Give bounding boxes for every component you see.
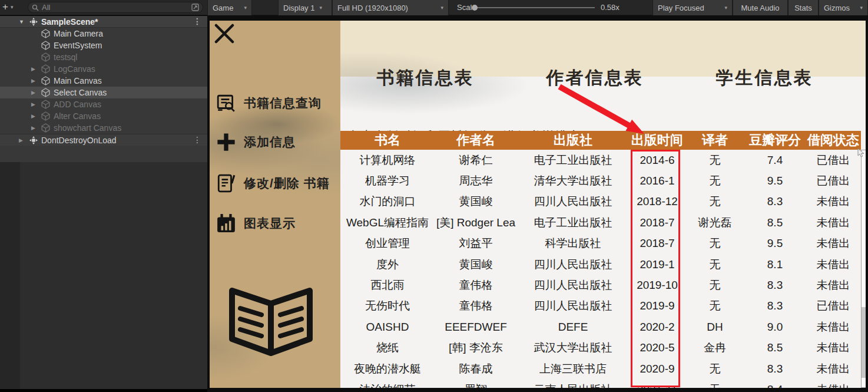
- cell-publish-date: 2018-7: [629, 212, 685, 233]
- cell-rating: 9.5: [744, 233, 806, 254]
- gameobject-cube-icon: [41, 123, 51, 133]
- hierarchy-item-label[interactable]: Select Canvas: [54, 88, 107, 97]
- cell-status: 未借出: [806, 192, 861, 212]
- display-dropdown[interactable]: Display 1 ▾: [278, 0, 332, 15]
- cell-rating: 8.5: [744, 212, 806, 233]
- column-header-rating[interactable]: 豆瓣评分: [744, 131, 806, 150]
- hierarchy-row[interactable]: ▶ showchart Canvas ⋮: [0, 122, 207, 134]
- search-input[interactable]: [42, 3, 188, 12]
- resolution-dropdown[interactable]: Full HD (1920x1080) ▾: [332, 0, 449, 15]
- cell-book-name: 机器学习: [340, 170, 435, 191]
- sidebar-item-chart-display[interactable]: 图表显示: [216, 213, 296, 234]
- hierarchy-item-label[interactable]: Main Canvas: [54, 76, 102, 85]
- tab-book-info[interactable]: 书籍信息表: [377, 66, 474, 90]
- expand-arrow-icon[interactable]: ▶: [31, 113, 41, 119]
- cell-publisher: 四川人民出版社: [517, 296, 629, 317]
- cell-publisher: 上海三联书店: [517, 358, 629, 379]
- search-picker-icon[interactable]: [191, 4, 199, 11]
- gameobject-cube-icon: [41, 111, 51, 121]
- plus-icon: +: [2, 1, 8, 13]
- expand-arrow-icon[interactable]: ▶: [31, 78, 41, 84]
- cell-publisher: 电子工业出版社: [517, 150, 629, 170]
- cell-author: 罗翔: [435, 379, 517, 388]
- hierarchy-add-button[interactable]: + ▾: [2, 1, 13, 13]
- hierarchy-item-label[interactable]: testsql: [54, 52, 77, 62]
- cell-author: 周志华: [435, 170, 517, 191]
- hierarchy-item-label[interactable]: LogCanvas: [54, 64, 95, 74]
- sidebar-item-book-query[interactable]: 书籍信息查询: [216, 93, 322, 114]
- scale-value: 0.58x: [601, 3, 619, 12]
- hierarchy-item-label[interactable]: SampleScene*: [41, 17, 98, 27]
- expand-arrow-icon[interactable]: ▶: [31, 101, 41, 107]
- table-row: 夜晚的潜水艇 陈春成 上海三联书店 2020-9 无 8.3 未借出: [340, 358, 861, 379]
- expand-arrow-icon[interactable]: ▶: [31, 90, 41, 95]
- play-focused-dropdown[interactable]: Play Focused ▾: [652, 0, 733, 15]
- hierarchy-row[interactable]: ▶ Main Canvas ⋮: [0, 75, 207, 87]
- game-view-tab[interactable]: Game ▾: [207, 0, 252, 15]
- cell-book-name: 夜晚的潜水艇: [340, 358, 435, 379]
- sidebar-item-edit-delete[interactable]: 修改/删除 书籍: [216, 173, 330, 194]
- cell-status: 未借出: [806, 275, 861, 295]
- cell-publisher: 清华大学出版社: [517, 170, 629, 191]
- cell-rating: 8.1: [744, 254, 806, 275]
- table-scrollbar[interactable]: [861, 150, 866, 388]
- game-sidebar: 书籍信息查询 添加信息 修改/删除 书籍 图表显示: [210, 21, 340, 388]
- book-search-icon: [216, 93, 237, 114]
- scale-slider[interactable]: [471, 7, 595, 8]
- hierarchy-item-label[interactable]: ADD Canvas: [54, 100, 101, 109]
- cell-author: 童伟格: [435, 275, 517, 295]
- kebab-menu-icon[interactable]: ⋮: [193, 135, 201, 144]
- expand-arrow-icon[interactable]: ▶: [31, 66, 41, 72]
- hierarchy-row[interactable]: ▶ Alter Canvas ⋮: [0, 110, 207, 122]
- expand-arrow-icon[interactable]: ▼: [19, 19, 29, 25]
- hierarchy-panel: ▼ SampleScene* ⋮ Main Camera ⋮: [0, 16, 207, 389]
- cell-status: 未借出: [806, 358, 861, 379]
- hierarchy-row[interactable]: ▶ LogCanvas ⋮: [0, 63, 207, 75]
- column-header-book-name: 书名: [340, 131, 435, 150]
- cell-translator: 无: [685, 358, 744, 379]
- cell-book-name: 创业管理: [340, 233, 435, 254]
- hierarchy-row[interactable]: ▼ SampleScene* ⋮: [0, 16, 207, 28]
- table-row: 水门的洞口 黄国峻 四川人民出版社 2018-12 无 8.3 未借出: [340, 192, 861, 212]
- expand-arrow-icon[interactable]: ▶: [19, 137, 29, 143]
- cell-publisher: DEFE: [517, 317, 629, 337]
- cell-publish-date: 2016-1: [629, 170, 685, 191]
- cell-rating: 9.5: [744, 170, 806, 191]
- close-button[interactable]: [214, 24, 234, 44]
- hierarchy-row[interactable]: Main Camera ⋮: [0, 28, 207, 39]
- search-icon: [32, 4, 39, 11]
- hierarchy-row[interactable]: EventSystem ⋮: [0, 39, 207, 51]
- hierarchy-item-label[interactable]: DontDestroyOnLoad: [41, 136, 117, 145]
- hierarchy-item-label[interactable]: showchart Canvas: [54, 123, 121, 133]
- sidebar-item-add-info[interactable]: 添加信息: [216, 131, 296, 153]
- tab-student-info[interactable]: 学生信息表: [716, 66, 813, 90]
- kebab-menu-icon[interactable]: ⋮: [193, 17, 201, 26]
- hierarchy-item-label[interactable]: Main Camera: [54, 29, 103, 38]
- cell-rating: 8.4: [744, 379, 806, 388]
- hierarchy-row[interactable]: ▶ DontDestroyOnLoad ⋮: [0, 134, 207, 146]
- gameobject-cube-icon: [41, 52, 51, 62]
- hierarchy-item-label[interactable]: Alter Canvas: [54, 111, 101, 121]
- chevron-down-icon: ▾: [244, 5, 247, 11]
- gizmos-dropdown[interactable]: Gizmos ▾: [819, 0, 868, 15]
- table-row: 烧纸 [韩] 李沧东 武汉大学出版社 2020-5 金冉 8.5 未借出: [340, 338, 861, 358]
- hierarchy-row[interactable]: testsql ⋮: [0, 51, 207, 63]
- hierarchy-row[interactable]: ▶ Select Canvas ⋮: [0, 87, 207, 98]
- cell-author: 谢希仁: [435, 150, 517, 170]
- cell-rating: 8.3: [744, 192, 806, 212]
- table-row: WebGL编程指南 [美] Rodger Lea 电子工业出版社 2018-7 …: [340, 212, 861, 233]
- sidebar-item-label: 图表显示: [244, 215, 296, 232]
- cell-author: 黄国峻: [435, 192, 517, 212]
- column-header-publish-date[interactable]: 出版时间: [629, 131, 685, 150]
- gameobject-cube-icon: [41, 64, 51, 74]
- stats-button[interactable]: Stats: [788, 0, 819, 15]
- scrollbar-thumb[interactable]: [862, 307, 866, 378]
- hierarchy-search-box[interactable]: [28, 2, 203, 13]
- cell-status: 未借出: [806, 212, 861, 233]
- scale-slider-knob[interactable]: [472, 5, 478, 11]
- expand-arrow-icon[interactable]: ▶: [31, 125, 41, 131]
- hierarchy-row[interactable]: ▶ ADD Canvas ⋮: [0, 98, 207, 110]
- tab-author-info[interactable]: 作者信息表: [546, 66, 644, 90]
- hierarchy-item-label[interactable]: EventSystem: [54, 41, 102, 50]
- mute-audio-button[interactable]: Mute Audio: [733, 0, 788, 15]
